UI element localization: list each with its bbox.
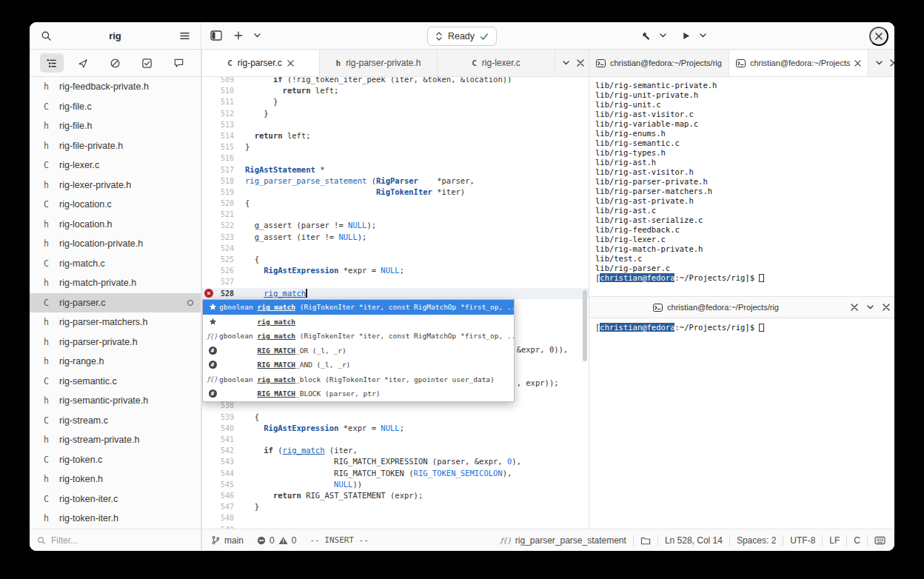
code-line[interactable]: 544 RIG_MATCH_TOKEN (RIG_TOKEN_SEMICOLON… bbox=[202, 468, 589, 479]
code-editor[interactable]: 509 if (!rig_token_iter_peek (iter, &tok… bbox=[201, 77, 589, 529]
code-line[interactable]: 520{ bbox=[202, 198, 589, 209]
completion-item[interactable]: ƒ{}gboolean rig_match (RigTokenIter *ite… bbox=[203, 329, 514, 344]
line-number-gutter[interactable]: 520 bbox=[202, 198, 236, 209]
file-row[interactable]: hrig-semantic-private.h bbox=[30, 391, 201, 411]
line-number-gutter[interactable]: 524 bbox=[202, 243, 236, 254]
line-number-gutter[interactable]: 521 bbox=[202, 209, 236, 220]
file-row[interactable]: hrig-location-private.h bbox=[30, 234, 201, 254]
code-line[interactable]: 546 return RIG_AST_STATEMENT (expr); bbox=[202, 490, 589, 501]
file-row[interactable]: Crig-token-iter.c bbox=[30, 489, 201, 509]
run-panel-button[interactable] bbox=[72, 53, 96, 73]
code-line[interactable]: ×528 rig_match bbox=[202, 288, 589, 299]
build-dropdown[interactable] bbox=[657, 26, 669, 45]
line-number-gutter[interactable]: 526 bbox=[202, 265, 236, 276]
window-close-button[interactable] bbox=[869, 27, 888, 46]
code-line[interactable]: 527 bbox=[202, 276, 589, 287]
code-line[interactable]: 541 bbox=[202, 434, 589, 445]
line-number-gutter[interactable]: 515 bbox=[202, 141, 236, 153]
code-line[interactable]: 515} bbox=[202, 141, 589, 153]
code-line[interactable]: 540 RigAstExpression *expr = NULL; bbox=[202, 423, 589, 434]
line-number-gutter[interactable]: 519 bbox=[202, 187, 236, 198]
file-row[interactable]: hrig-range.h bbox=[30, 352, 201, 372]
line-number-gutter[interactable]: 538 bbox=[202, 400, 236, 411]
code-line[interactable]: 526 RigAstExpression *expr = NULL; bbox=[202, 265, 589, 276]
diagnostics-indicator[interactable]: 0 0 bbox=[257, 535, 296, 546]
code-line[interactable]: 510 return left; bbox=[202, 85, 589, 96]
file-row[interactable]: Crig-stream.c bbox=[30, 411, 201, 431]
line-number-gutter[interactable]: 548 bbox=[202, 512, 236, 523]
no-errors-panel-button[interactable] bbox=[104, 53, 127, 73]
line-number-gutter[interactable]: 522 bbox=[202, 220, 236, 231]
file-row[interactable]: Crig-file.c bbox=[30, 97, 201, 117]
line-number-gutter[interactable]: 511 bbox=[202, 96, 236, 107]
code-line[interactable]: 545 NULL)) bbox=[202, 479, 589, 490]
cursor-position[interactable]: Ln 528, Col 14 bbox=[665, 535, 723, 546]
line-number-gutter[interactable]: 545 bbox=[202, 479, 236, 490]
terminal-2-tab[interactable]: christian@fedora:~/Projects/rig bbox=[589, 297, 843, 318]
keyboard-icon[interactable] bbox=[874, 536, 886, 545]
run-dropdown[interactable] bbox=[697, 26, 709, 45]
line-number-gutter[interactable]: 539 bbox=[202, 412, 236, 423]
toggle-panel-button[interactable] bbox=[206, 26, 227, 45]
line-number-gutter[interactable]: 517 bbox=[202, 164, 236, 175]
code-line[interactable]: 538 bbox=[202, 400, 589, 411]
build-status-button[interactable]: Ready bbox=[427, 27, 497, 46]
menu-button[interactable] bbox=[174, 26, 195, 45]
file-row[interactable]: Crig-semantic.c bbox=[30, 372, 201, 392]
code-line[interactable]: 519 RigTokenIter *iter) bbox=[202, 187, 589, 198]
line-number-gutter[interactable]: 544 bbox=[202, 468, 236, 479]
code-line[interactable]: 539 { bbox=[202, 412, 589, 423]
file-row[interactable]: hrig-stream-private.h bbox=[30, 430, 201, 450]
file-row[interactable]: hrig-parser-private.h bbox=[30, 332, 201, 352]
code-line[interactable]: 509 if (!rig_token_iter_peek (iter, &tok… bbox=[202, 77, 589, 85]
encoding-setting[interactable]: UTF-8 bbox=[790, 535, 815, 546]
language-setting[interactable]: C bbox=[854, 535, 860, 546]
code-line[interactable]: 521 bbox=[202, 209, 589, 220]
terminal-2[interactable]: [christian@fedora:~/Projects/rig]$ bbox=[589, 318, 894, 529]
line-number-gutter[interactable]: ×528 bbox=[202, 288, 236, 299]
file-row[interactable]: Crig-location.c bbox=[30, 195, 201, 215]
line-number-gutter[interactable]: 546 bbox=[202, 490, 236, 501]
code-line[interactable]: 547 } bbox=[202, 501, 589, 512]
code-line[interactable]: 543 RIG_MATCH_EXPRESSION (parser, &expr,… bbox=[202, 456, 589, 467]
folder-icon[interactable] bbox=[640, 536, 651, 545]
code-line[interactable]: 523 g_assert (iter != NULL); bbox=[202, 232, 589, 243]
code-line[interactable]: 512 } bbox=[202, 108, 589, 119]
editor-scrollbar[interactable] bbox=[583, 290, 587, 361]
line-number-gutter[interactable]: 518 bbox=[202, 175, 236, 187]
breakpoint-icon[interactable]: × bbox=[204, 289, 213, 298]
line-number-gutter[interactable]: 510 bbox=[202, 85, 236, 96]
close-tab-icon[interactable] bbox=[287, 60, 294, 67]
file-row[interactable]: hrig-token-iter.h bbox=[30, 509, 201, 529]
close-tab-icon[interactable] bbox=[854, 60, 861, 67]
line-number-gutter[interactable]: 523 bbox=[202, 232, 236, 243]
editor-tab[interactable]: Crig-lexer.c bbox=[438, 50, 555, 76]
build-button[interactable] bbox=[635, 26, 656, 45]
file-row[interactable]: hrig-file.h bbox=[30, 116, 201, 136]
terminal-tab[interactable]: christian@fedora:~/Projects/rig bbox=[589, 50, 729, 76]
search-button[interactable] bbox=[36, 26, 56, 45]
project-tree-panel-button[interactable] bbox=[40, 53, 64, 73]
file-row[interactable]: hrig-parser-matchers.h bbox=[30, 312, 201, 332]
line-number-gutter[interactable]: 540 bbox=[202, 423, 236, 434]
file-row[interactable]: hrig-match-private.h bbox=[30, 273, 201, 293]
line-number-gutter[interactable]: 541 bbox=[202, 434, 236, 445]
terminal-1[interactable]: lib/rig-semantic-private.hlib/rig-unit-p… bbox=[589, 77, 894, 296]
completion-item[interactable]: # RIG_MATCH_OR (_l, _r) bbox=[203, 344, 514, 358]
line-number-gutter[interactable]: 547 bbox=[202, 501, 236, 512]
line-number-gutter[interactable]: 514 bbox=[202, 130, 236, 141]
line-number-gutter[interactable]: 543 bbox=[202, 456, 236, 467]
line-number-gutter[interactable]: 527 bbox=[202, 276, 236, 287]
file-row[interactable]: Crig-lexer.c bbox=[30, 155, 201, 175]
new-tab-dropdown[interactable] bbox=[250, 26, 264, 45]
line-ending-setting[interactable]: LF bbox=[829, 535, 840, 546]
close-terminal-panel-icon[interactable] bbox=[890, 59, 894, 67]
line-number-gutter[interactable]: 542 bbox=[202, 445, 236, 456]
completion-item[interactable]: # RIG_MATCH_AND (_l, _r) bbox=[203, 358, 514, 372]
editor-tab[interactable]: hrig-parser-private.h bbox=[320, 50, 438, 76]
code-line[interactable]: 542 if (rig_match (iter, bbox=[202, 445, 589, 456]
code-line[interactable]: 517RigAstStatement * bbox=[202, 164, 589, 175]
code-line[interactable]: 513 bbox=[202, 119, 589, 130]
current-symbol[interactable]: ƒ{} rig_parser_parse_statement bbox=[500, 535, 626, 546]
code-line[interactable]: 522 g_assert (parser != NULL); bbox=[202, 220, 589, 231]
